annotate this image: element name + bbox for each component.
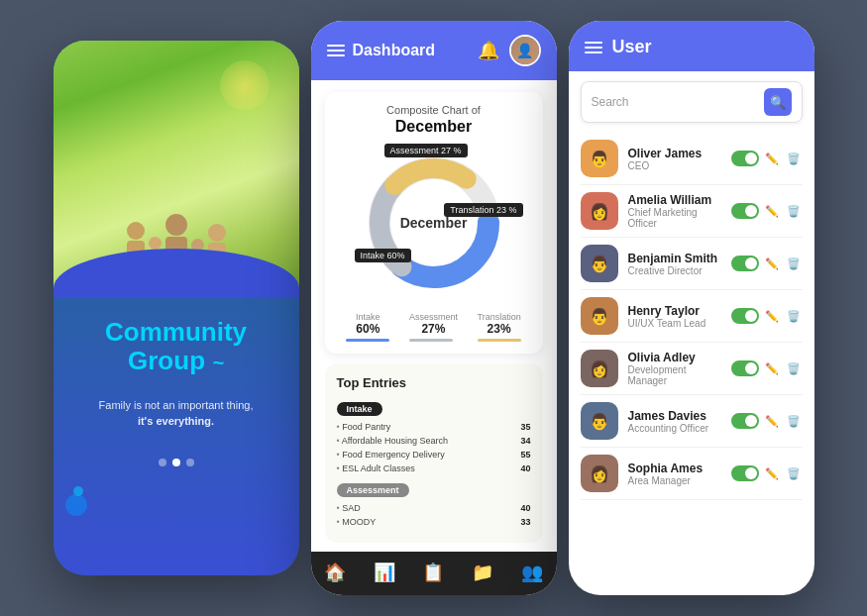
chart-subtitle: December bbox=[337, 118, 531, 136]
search-placeholder[interactable]: Search bbox=[592, 95, 756, 109]
user-info-oliver: Oliver James CEO bbox=[628, 147, 721, 171]
avatar-sophia: 👩 bbox=[581, 455, 618, 492]
phone1-hero-image bbox=[54, 41, 299, 298]
intake-badge: Intake bbox=[337, 402, 382, 416]
chart-stats: Intake 60% Assessment 27% Translation 23… bbox=[337, 312, 531, 342]
user-actions-benjamin: ✏️ 🗑️ bbox=[731, 256, 803, 272]
nav-chart[interactable]: 📊 bbox=[366, 560, 403, 585]
edit-olivia[interactable]: ✏️ bbox=[763, 360, 781, 377]
toggle-henry[interactable] bbox=[731, 308, 759, 324]
search-bar[interactable]: Search 🔍 bbox=[581, 81, 803, 123]
entry-esl: ESL Adult Classes 40 bbox=[337, 463, 531, 473]
entry-food-emergency: Food Emergency Delivery 55 bbox=[337, 450, 531, 460]
user-header: User bbox=[569, 21, 814, 71]
delete-henry[interactable]: 🗑️ bbox=[785, 308, 803, 325]
tooltip-intake: Intake 60% bbox=[355, 249, 411, 262]
edit-oliver[interactable]: ✏️ bbox=[763, 151, 781, 167]
decor-circle-2 bbox=[73, 486, 83, 496]
decor-circle-1 bbox=[65, 494, 87, 516]
user-row-oliver: 👨 Oliver James CEO ✏️ 🗑️ bbox=[581, 133, 803, 185]
user-name-benjamin: Benjamin Smith bbox=[628, 252, 721, 265]
user-page-title: User bbox=[612, 37, 652, 57]
user-role-henry: UI/UX Team Lead bbox=[628, 318, 721, 329]
user-avatar[interactable]: 👤 bbox=[509, 35, 541, 66]
assessment-badge: Assessment bbox=[337, 483, 409, 497]
user-role-sophia: Area Manager bbox=[628, 475, 721, 486]
avatar-oliver: 👨 bbox=[581, 140, 618, 177]
user-info-henry: Henry Taylor UI/UX Team Lead bbox=[628, 304, 721, 329]
user-name-olivia: Olivia Adley bbox=[628, 351, 721, 364]
nav-folder[interactable]: 📁 bbox=[464, 560, 501, 585]
dot-3[interactable] bbox=[186, 459, 194, 466]
user-name-sophia: Sophia Ames bbox=[628, 462, 721, 475]
donut-chart: December Assessment 27 % Translation 23 … bbox=[355, 144, 513, 302]
user-row-benjamin: 👨 Benjamin Smith Creative Director ✏️ 🗑️ bbox=[581, 238, 803, 290]
avatar-image: 👤 bbox=[511, 37, 539, 64]
user-actions-sophia: ✏️ 🗑️ bbox=[731, 465, 803, 482]
nav-users[interactable]: 👥 bbox=[513, 560, 551, 585]
tagline: Family is not an important thing, it's e… bbox=[73, 398, 279, 429]
phone-community: Community Group ~ Family is not an impor… bbox=[54, 41, 299, 575]
user-role-james: Accounting Officer bbox=[628, 423, 721, 434]
user-row-henry: 👨 Henry Taylor UI/UX Team Lead ✏️ 🗑️ bbox=[581, 290, 803, 343]
dashboard-header: Dashboard 🔔 👤 bbox=[311, 21, 557, 80]
chart-card: Composite Chart of December December Ass… bbox=[325, 92, 543, 354]
bottom-nav: 🏠 📊 📋 📁 👥 bbox=[311, 552, 557, 595]
header-left: Dashboard bbox=[327, 42, 436, 59]
dot-1[interactable] bbox=[159, 459, 166, 466]
edit-henry[interactable]: ✏️ bbox=[763, 308, 781, 325]
carousel-dots bbox=[73, 459, 279, 466]
toggle-benjamin[interactable] bbox=[731, 256, 759, 271]
edit-amelia[interactable]: ✏️ bbox=[763, 203, 781, 220]
user-info-benjamin: Benjamin Smith Creative Director bbox=[628, 252, 721, 276]
toggle-amelia[interactable] bbox=[731, 203, 759, 219]
dashboard-title: Dashboard bbox=[353, 42, 436, 59]
user-name-oliver: Oliver James bbox=[628, 147, 721, 160]
delete-james[interactable]: 🗑️ bbox=[785, 413, 803, 430]
delete-olivia[interactable]: 🗑️ bbox=[785, 360, 803, 377]
user-actions-oliver: ✏️ 🗑️ bbox=[731, 151, 803, 167]
user-actions-james: ✏️ 🗑️ bbox=[731, 413, 803, 430]
user-info-sophia: Sophia Ames Area Manager bbox=[628, 462, 721, 486]
notification-icon[interactable]: 🔔 bbox=[478, 40, 499, 61]
entry-food-pantry: Food Pantry 35 bbox=[337, 422, 531, 432]
dashboard-body: Composite Chart of December December Ass… bbox=[311, 80, 557, 552]
user-actions-amelia: ✏️ 🗑️ bbox=[731, 203, 803, 220]
user-row-james: 👨 James Davies Accounting Officer ✏️ 🗑️ bbox=[581, 395, 803, 448]
stat-intake: Intake 60% bbox=[346, 312, 389, 342]
avatar-henry: 👨 bbox=[581, 297, 618, 335]
phone-users: User Search 🔍 👨 Oliver James CEO ✏️ 🗑️ 👩 bbox=[569, 21, 814, 595]
search-button[interactable]: 🔍 bbox=[764, 88, 792, 116]
entry-sad: SAD 40 bbox=[337, 503, 531, 513]
nav-home[interactable]: 🏠 bbox=[316, 560, 354, 585]
edit-james[interactable]: ✏️ bbox=[763, 413, 781, 430]
header-right: 🔔 👤 bbox=[478, 35, 541, 66]
user-menu-icon[interactable] bbox=[585, 42, 602, 53]
toggle-oliver[interactable] bbox=[731, 151, 759, 166]
phone-dashboard: Dashboard 🔔 👤 Composite Chart of Decembe… bbox=[311, 21, 557, 595]
user-actions-olivia: ✏️ 🗑️ bbox=[731, 360, 803, 377]
toggle-sophia[interactable] bbox=[731, 465, 759, 481]
entry-moody: MOODY 33 bbox=[337, 517, 531, 527]
delete-amelia[interactable]: 🗑️ bbox=[785, 203, 803, 220]
avatar-olivia: 👩 bbox=[581, 350, 618, 387]
user-info-olivia: Olivia Adley Development Manager bbox=[628, 351, 721, 386]
user-row-amelia: 👩 Amelia William Chief Marketing Officer… bbox=[581, 185, 803, 238]
delete-sophia[interactable]: 🗑️ bbox=[785, 465, 803, 482]
stat-assessment: Assessment 27% bbox=[409, 312, 458, 342]
user-role-oliver: CEO bbox=[628, 160, 721, 171]
dot-2[interactable] bbox=[172, 459, 180, 466]
entry-housing: Affordable Housing Search 34 bbox=[337, 436, 531, 446]
user-name-henry: Henry Taylor bbox=[628, 304, 721, 318]
toggle-james[interactable] bbox=[731, 413, 759, 429]
edit-sophia[interactable]: ✏️ bbox=[763, 465, 781, 482]
stat-translation: Translation 23% bbox=[478, 312, 521, 342]
delete-oliver[interactable]: 🗑️ bbox=[785, 151, 803, 167]
nav-list[interactable]: 📋 bbox=[414, 560, 452, 585]
delete-benjamin[interactable]: 🗑️ bbox=[785, 256, 803, 272]
avatar-amelia: 👩 bbox=[581, 192, 618, 230]
user-role-amelia: Chief Marketing Officer bbox=[628, 207, 721, 229]
toggle-olivia[interactable] bbox=[731, 360, 759, 376]
edit-benjamin[interactable]: ✏️ bbox=[763, 256, 781, 272]
menu-icon[interactable] bbox=[327, 45, 345, 56]
